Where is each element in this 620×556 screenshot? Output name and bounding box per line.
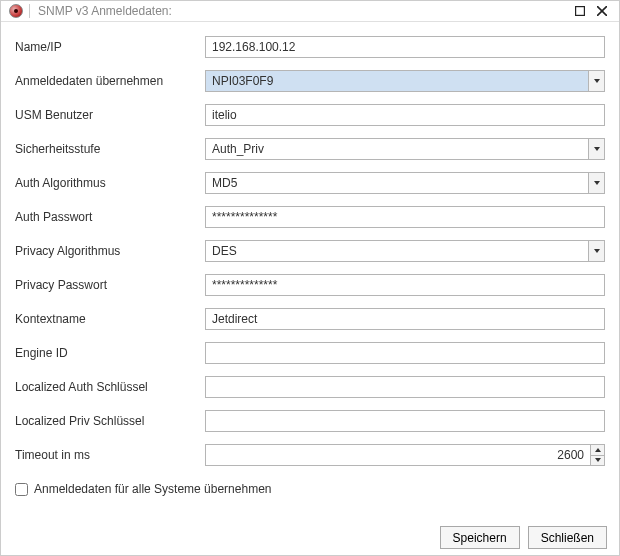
chevron-down-icon (594, 147, 600, 151)
input-engine-id[interactable] (205, 342, 605, 364)
label-localized-priv-key: Localized Priv Schlüssel (15, 414, 205, 428)
combo-adopt-credentials-button[interactable] (588, 71, 604, 91)
titlebar: SNMP v3 Anmeldedaten: (1, 1, 619, 22)
label-privacy-password: Privacy Passwort (15, 278, 205, 292)
checkbox-adopt-all-row: Anmeldedaten für alle Systeme übernehmen (15, 482, 605, 496)
label-timeout: Timeout in ms (15, 448, 205, 462)
label-auth-password: Auth Passwort (15, 210, 205, 224)
chevron-down-icon (594, 249, 600, 253)
save-button[interactable]: Speichern (440, 526, 520, 549)
spinner-up-button[interactable] (591, 445, 604, 455)
combo-auth-algorithm-button[interactable] (588, 173, 604, 193)
app-icon (9, 4, 23, 18)
input-context-name[interactable] (205, 308, 605, 330)
combo-adopt-credentials[interactable]: NPI03F0F9 (205, 70, 605, 92)
combo-security-level-value: Auth_Priv (206, 139, 588, 159)
checkbox-adopt-all[interactable] (15, 483, 28, 496)
input-name-ip[interactable] (205, 36, 605, 58)
input-auth-password[interactable] (205, 206, 605, 228)
input-privacy-password[interactable] (205, 274, 605, 296)
svg-rect-0 (576, 7, 585, 16)
chevron-up-icon (595, 448, 601, 452)
maximize-icon (575, 6, 585, 16)
window-title: SNMP v3 Anmeldedaten: (38, 4, 172, 18)
label-localized-auth-key: Localized Auth Schlüssel (15, 380, 205, 394)
label-name-ip: Name/IP (15, 40, 205, 54)
close-button[interactable] (591, 1, 613, 21)
combo-security-level[interactable]: Auth_Priv (205, 138, 605, 160)
combo-security-level-button[interactable] (588, 139, 604, 159)
checkbox-adopt-all-label: Anmeldedaten für alle Systeme übernehmen (34, 482, 271, 496)
chevron-down-icon (595, 458, 601, 462)
input-timeout[interactable] (206, 445, 590, 465)
combo-privacy-algorithm-button[interactable] (588, 241, 604, 261)
chevron-down-icon (594, 79, 600, 83)
label-adopt-credentials: Anmeldedaten übernehmen (15, 74, 205, 88)
footer: Speichern Schließen (1, 516, 619, 556)
label-context-name: Kontextname (15, 312, 205, 326)
chevron-down-icon (594, 181, 600, 185)
combo-auth-algorithm[interactable]: MD5 (205, 172, 605, 194)
label-engine-id: Engine ID (15, 346, 205, 360)
spinner-down-button[interactable] (591, 455, 604, 466)
combo-adopt-credentials-value: NPI03F0F9 (206, 71, 588, 91)
combo-auth-algorithm-value: MD5 (206, 173, 588, 193)
input-usm-user[interactable] (205, 104, 605, 126)
label-auth-algorithm: Auth Algorithmus (15, 176, 205, 190)
input-localized-priv-key[interactable] (205, 410, 605, 432)
label-usm-user: USM Benutzer (15, 108, 205, 122)
form-content: Name/IP Anmeldedaten übernehmen NPI03F0F… (1, 22, 619, 516)
spinner-timeout[interactable] (205, 444, 605, 466)
label-privacy-algorithm: Privacy Algorithmus (15, 244, 205, 258)
label-security-level: Sicherheitsstufe (15, 142, 205, 156)
combo-privacy-algorithm-value: DES (206, 241, 588, 261)
close-icon (597, 6, 607, 16)
maximize-button[interactable] (569, 1, 591, 21)
titlebar-separator (29, 4, 30, 18)
input-localized-auth-key[interactable] (205, 376, 605, 398)
close-window-button[interactable]: Schließen (528, 526, 607, 549)
combo-privacy-algorithm[interactable]: DES (205, 240, 605, 262)
